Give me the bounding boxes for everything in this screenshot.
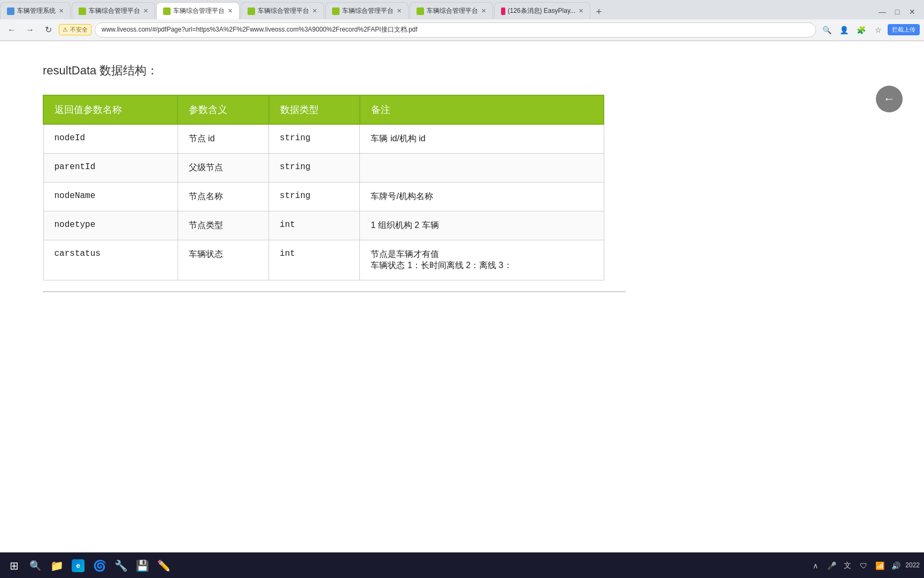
taskbar-start-button[interactable]: ⊞: [4, 556, 24, 575]
search-toolbar-icon[interactable]: 🔍: [819, 22, 834, 37]
extension-upload-button[interactable]: 拦截上传: [888, 24, 920, 35]
cell-type: int: [269, 211, 360, 240]
tab-close-6[interactable]: ✕: [481, 7, 486, 14]
taskbar-search-button[interactable]: 🔍: [26, 556, 45, 575]
browser-chrome: 车辆管理系统 ✕ 车辆综合管理平台 ✕ 车辆综合管理平台 ✕ 车辆综合管理平台 …: [0, 0, 924, 41]
tab-6[interactable]: 车辆综合管理平台 ✕: [410, 2, 493, 19]
tab-1[interactable]: 车辆管理系统 ✕: [0, 2, 71, 19]
tab-label-2: 车辆综合管理平台: [89, 6, 140, 16]
cell-field-name: parentId: [43, 154, 178, 182]
taskbar-right: ∧ 🎤 文 🛡 📶 🔊 2022: [809, 559, 920, 572]
tab-close-4[interactable]: ✕: [312, 7, 317, 14]
tab-label-3: 车辆综合管理平台: [173, 6, 225, 16]
col-header-name: 返回值参数名称: [43, 95, 178, 124]
back-button[interactable]: ←: [876, 86, 903, 112]
table-row: carstatus车辆状态int节点是车辆才有值车辆状态 1：长时间离线 2：离…: [43, 240, 604, 280]
cell-field-name: carstatus: [43, 240, 178, 280]
taskbar-mic-icon[interactable]: 🎤: [825, 559, 838, 572]
favorites-icon[interactable]: ☆: [871, 22, 886, 37]
cell-meaning: 节点 id: [178, 124, 268, 154]
taskbar-files-button[interactable]: 📁: [47, 556, 66, 575]
cell-field-name: nodetype: [43, 211, 178, 240]
security-badge: ⚠ 不安全: [59, 24, 91, 35]
security-warning-icon: ⚠: [63, 26, 68, 33]
cell-meaning: 节点名称: [178, 182, 268, 211]
cell-type: int: [269, 240, 360, 280]
tab-favicon-3: [163, 7, 171, 15]
tab-7[interactable]: (126条消息) EasyPlay... ✕: [494, 2, 590, 19]
taskbar-icon-6[interactable]: 💾: [133, 556, 152, 575]
section-divider: [43, 291, 626, 292]
taskbar-icon-7[interactable]: ✏️: [154, 556, 173, 575]
table-row: nodetype节点类型int1 组织机构 2 车辆: [43, 211, 604, 240]
tab-2[interactable]: 车辆综合管理平台 ✕: [72, 2, 155, 19]
taskbar-antivirus-icon[interactable]: 🛡: [857, 559, 870, 572]
taskbar-volume-icon[interactable]: 🔊: [889, 559, 902, 572]
address-bar: ← → ↻ ⚠ 不安全 🔍 👤 🧩 ☆ 拦截上传: [0, 19, 924, 41]
cell-note: 节点是车辆才有值车辆状态 1：长时间离线 2：离线 3：: [360, 240, 604, 280]
tab-bar: 车辆管理系统 ✕ 车辆综合管理平台 ✕ 车辆综合管理平台 ✕ 车辆综合管理平台 …: [0, 0, 924, 19]
taskbar-input-icon[interactable]: 文: [841, 559, 854, 572]
tab-favicon-6: [417, 7, 424, 15]
url-input[interactable]: [95, 22, 816, 37]
taskbar: ⊞ 🔍 📁 e 🌀 🔧 💾 ✏️ ∧ 🎤 文 🛡 📶 🔊 2022: [0, 552, 924, 578]
table-row: nodeId节点 idstring车辆 id/机构 id: [43, 124, 604, 154]
profile-icon[interactable]: 👤: [836, 22, 851, 37]
tab-favicon-5: [332, 7, 340, 15]
cell-note: 车牌号/机构名称: [360, 182, 604, 211]
taskbar-chevron-icon[interactable]: ∧: [809, 559, 822, 572]
tab-favicon-1: [7, 7, 14, 15]
window-controls: — □ ✕: [875, 4, 924, 19]
cell-type: string: [269, 182, 360, 211]
tab-favicon-7: [501, 7, 505, 15]
table-row: nodeName节点名称string车牌号/机构名称: [43, 182, 604, 211]
tab-close-7[interactable]: ✕: [579, 7, 583, 14]
tab-label-1: 车辆管理系统: [17, 6, 56, 16]
tab-label-6: 车辆综合管理平台: [427, 6, 478, 16]
page-content: resultData 数据结构： 返回值参数名称 参数含义 数据类型 备注 no…: [0, 41, 924, 324]
tab-3[interactable]: 车辆综合管理平台 ✕: [156, 2, 240, 19]
taskbar-icon-5[interactable]: 🔧: [111, 556, 130, 575]
cell-note: 车辆 id/机构 id: [360, 124, 604, 154]
col-header-note: 备注: [360, 95, 604, 124]
col-header-meaning: 参数含义: [178, 95, 268, 124]
cell-meaning: 车辆状态: [178, 240, 268, 280]
cell-meaning: 父级节点: [178, 154, 268, 182]
tab-close-2[interactable]: ✕: [143, 7, 148, 14]
tab-label-5: 车辆综合管理平台: [342, 6, 394, 16]
taskbar-clock: 2022: [905, 561, 920, 570]
tab-close-5[interactable]: ✕: [397, 7, 402, 14]
extensions-icon[interactable]: 🧩: [853, 22, 868, 37]
tab-close-1[interactable]: ✕: [59, 7, 64, 14]
tab-5[interactable]: 车辆综合管理平台 ✕: [325, 2, 409, 19]
cell-note: 1 组织机构 2 车辆: [360, 211, 604, 240]
maximize-button[interactable]: □: [890, 4, 905, 19]
tab-close-3[interactable]: ✕: [228, 7, 233, 14]
cell-meaning: 节点类型: [178, 211, 268, 240]
close-window-button[interactable]: ✕: [905, 4, 920, 19]
col-header-type: 数据类型: [269, 95, 360, 124]
reload-button[interactable]: ↻: [41, 22, 56, 37]
cell-field-name: nodeId: [43, 124, 178, 154]
forward-nav-button[interactable]: →: [22, 22, 37, 37]
table-row: parentId父级节点string: [43, 154, 604, 182]
new-tab-button[interactable]: +: [591, 4, 606, 19]
taskbar-wifi-icon[interactable]: 📶: [873, 559, 886, 572]
table-header-row: 返回值参数名称 参数含义 数据类型 备注: [43, 95, 604, 124]
cell-field-name: nodeName: [43, 182, 178, 211]
page-title: resultData 数据结构：: [43, 63, 881, 79]
result-data-table: 返回值参数名称 参数含义 数据类型 备注 nodeId节点 idstring车辆…: [43, 95, 604, 280]
tab-label-7: (126条消息) EasyPlay...: [508, 6, 575, 16]
taskbar-browser-button[interactable]: e: [68, 556, 88, 575]
tab-label-4: 车辆综合管理平台: [258, 6, 309, 16]
tab-favicon-4: [248, 7, 255, 15]
security-label: 不安全: [70, 26, 88, 34]
cell-note: [360, 154, 604, 182]
toolbar-icons: 🔍 👤 🧩 ☆ 拦截上传: [819, 22, 920, 37]
back-nav-button[interactable]: ←: [4, 22, 19, 37]
minimize-button[interactable]: —: [875, 4, 890, 19]
tab-4[interactable]: 车辆综合管理平台 ✕: [241, 2, 324, 19]
cell-type: string: [269, 154, 360, 182]
tab-favicon-2: [79, 7, 86, 15]
taskbar-icon-4[interactable]: 🌀: [90, 556, 109, 575]
